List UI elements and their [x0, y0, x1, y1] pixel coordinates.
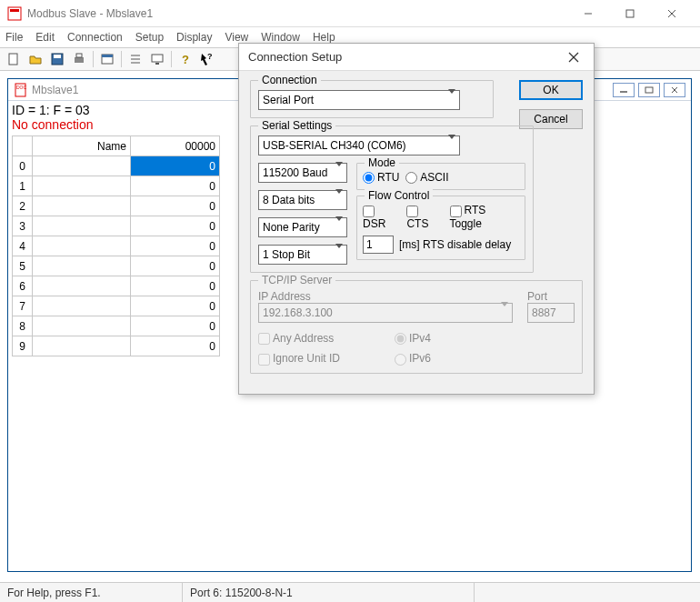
menu-view[interactable]: View	[225, 31, 248, 44]
rts-toggle-checkbox-label[interactable]: RTS Toggle	[450, 204, 520, 229]
col-header-value[interactable]: 00000	[131, 136, 220, 156]
context-help-icon[interactable]: ?	[197, 49, 217, 69]
list-icon[interactable]	[125, 49, 145, 69]
monitor-icon[interactable]	[147, 49, 167, 69]
doc-minimize-button[interactable]	[613, 83, 635, 97]
row-header[interactable]: 9	[13, 336, 33, 356]
col-header-name[interactable]: Name	[33, 136, 131, 156]
row-header[interactable]: 0	[13, 156, 33, 176]
ascii-radio-label[interactable]: ASCII	[405, 171, 448, 184]
row-header[interactable]: 8	[13, 316, 33, 336]
tcpip-group: TCP/IP Server IP Address 192.168.3.100 P…	[250, 280, 583, 374]
parity-select[interactable]: None Parity	[258, 217, 347, 237]
serial-legend: Serial Settings	[258, 119, 335, 132]
dialog-close-button[interactable]	[563, 46, 585, 68]
baud-select[interactable]: 115200 Baud	[258, 163, 347, 183]
menu-connection[interactable]: Connection	[67, 31, 123, 44]
cell-value[interactable]: 0	[131, 156, 220, 176]
cell-value[interactable]: 0	[131, 176, 220, 196]
menu-window[interactable]: Window	[261, 31, 300, 44]
cell-value[interactable]: 0	[131, 276, 220, 296]
cell-name[interactable]	[33, 336, 131, 356]
cell-name[interactable]	[33, 276, 131, 296]
connection-select[interactable]: Serial Port	[258, 90, 460, 110]
row-header[interactable]: 6	[13, 276, 33, 296]
cell-name[interactable]	[33, 216, 131, 236]
window-icon[interactable]	[97, 49, 117, 69]
row-header[interactable]: 5	[13, 256, 33, 276]
cell-name[interactable]	[33, 316, 131, 336]
cell-name[interactable]	[33, 156, 131, 176]
close-button[interactable]	[651, 1, 693, 26]
row-header[interactable]: 2	[13, 196, 33, 216]
cell-value[interactable]: 0	[131, 216, 220, 236]
chevron-down-icon	[501, 306, 508, 319]
minimize-button[interactable]	[567, 1, 609, 26]
chevron-down-icon	[335, 248, 343, 261]
ok-button[interactable]: OK	[519, 80, 583, 100]
cell-value[interactable]: 0	[131, 236, 220, 256]
cell-name[interactable]	[33, 236, 131, 256]
any-address-checkbox	[258, 333, 270, 345]
cell-name[interactable]	[33, 296, 131, 316]
row-header[interactable]: 1	[13, 176, 33, 196]
cell-name[interactable]	[33, 176, 131, 196]
cts-checkbox-label[interactable]: CTS	[406, 204, 442, 229]
rts-toggle-checkbox[interactable]	[450, 206, 462, 217]
maximize-button[interactable]	[609, 1, 651, 26]
chevron-down-icon	[335, 166, 343, 179]
menu-file[interactable]: File	[5, 31, 23, 44]
help-icon[interactable]: ?	[175, 49, 195, 69]
stopbit-select[interactable]: 1 Stop Bit	[258, 245, 347, 265]
rtu-radio-label[interactable]: RTU	[363, 171, 399, 184]
ip-select: 192.168.3.100	[258, 303, 513, 323]
chevron-down-icon	[335, 221, 343, 234]
dialog-titlebar: Connection Setup	[239, 44, 594, 71]
open-icon[interactable]	[25, 49, 45, 69]
rtu-radio[interactable]	[363, 172, 375, 184]
ipv4-radio	[395, 333, 406, 345]
row-header[interactable]: 4	[13, 236, 33, 256]
cell-value[interactable]: 0	[131, 296, 220, 316]
cell-name[interactable]	[33, 256, 131, 276]
ascii-radio[interactable]	[405, 172, 417, 184]
cell-name[interactable]	[33, 196, 131, 216]
status-sep	[474, 583, 475, 602]
dsr-checkbox[interactable]	[363, 206, 375, 217]
cell-value[interactable]: 0	[131, 316, 220, 336]
dialog-title: Connection Setup	[248, 50, 563, 64]
doc-close-button[interactable]	[664, 83, 685, 97]
register-table[interactable]: Name 00000 00 10 20 30 40 50 60 70 80 90	[12, 135, 220, 356]
svg-text:?: ?	[182, 53, 189, 66]
cell-value[interactable]: 0	[131, 256, 220, 276]
row-header[interactable]: 3	[13, 216, 33, 236]
databits-select[interactable]: 8 Data bits	[258, 190, 347, 210]
menu-display[interactable]: Display	[176, 31, 212, 44]
ip-label: IP Address	[258, 290, 513, 303]
doc-maximize-button[interactable]	[638, 83, 660, 97]
print-icon[interactable]	[69, 49, 89, 69]
statusbar: For Help, press F1. Port 6: 115200-8-N-1	[0, 582, 700, 602]
main-titlebar: Modbus Slave - Mbslave1	[0, 0, 700, 27]
connection-group: Connection Serial Port	[250, 80, 494, 118]
menu-edit[interactable]: Edit	[35, 31, 55, 44]
chevron-down-icon	[448, 139, 455, 152]
rts-delay-input[interactable]	[363, 236, 394, 254]
menu-help[interactable]: Help	[313, 31, 335, 44]
new-icon[interactable]	[4, 49, 24, 69]
any-address-checkbox-label: Any Address	[258, 332, 395, 345]
ignore-unit-checkbox	[258, 354, 270, 366]
col-header-row[interactable]	[13, 136, 33, 156]
save-icon[interactable]	[47, 49, 67, 69]
dsr-checkbox-label[interactable]: DSR	[363, 204, 399, 229]
svg-rect-10	[76, 54, 82, 57]
cell-value[interactable]: 0	[131, 336, 220, 356]
serial-settings-group: Serial Settings USB-SERIAL CH340 (COM6) …	[250, 125, 534, 273]
menu-setup[interactable]: Setup	[135, 31, 164, 44]
row-header[interactable]: 7	[13, 296, 33, 316]
svg-text:?: ?	[207, 52, 213, 61]
serial-port-select[interactable]: USB-SERIAL CH340 (COM6)	[258, 135, 460, 156]
cts-checkbox[interactable]	[406, 206, 418, 217]
cell-value[interactable]: 0	[131, 196, 220, 216]
tcpip-legend: TCP/IP Server	[258, 274, 335, 286]
